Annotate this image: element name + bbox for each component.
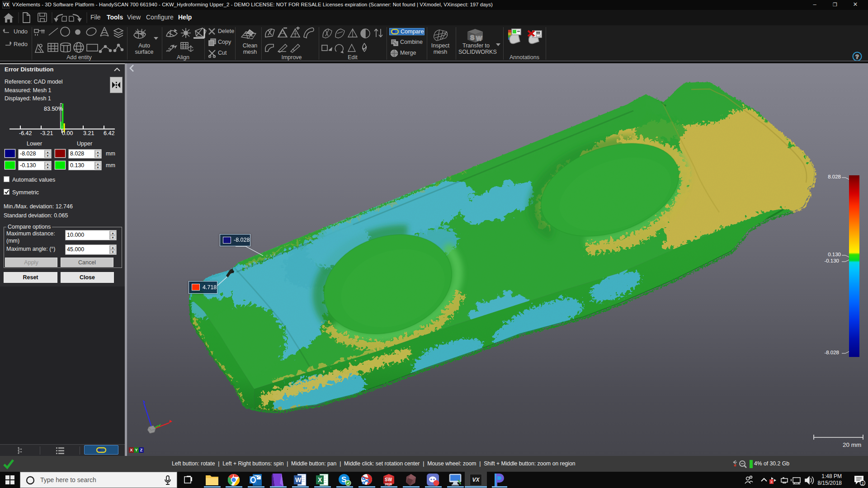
svg-text:W: W	[476, 35, 482, 42]
svg-text:X: X	[318, 476, 322, 483]
svg-text:?: ?	[855, 53, 859, 60]
svg-text:S: S	[470, 34, 474, 41]
svg-text:W: W	[295, 476, 302, 483]
svg-text:SW: SW	[385, 477, 392, 482]
svg-text:2: 2	[862, 481, 864, 486]
svg-text:2018: 2018	[385, 483, 392, 486]
svg-text:3: 3	[770, 480, 773, 484]
